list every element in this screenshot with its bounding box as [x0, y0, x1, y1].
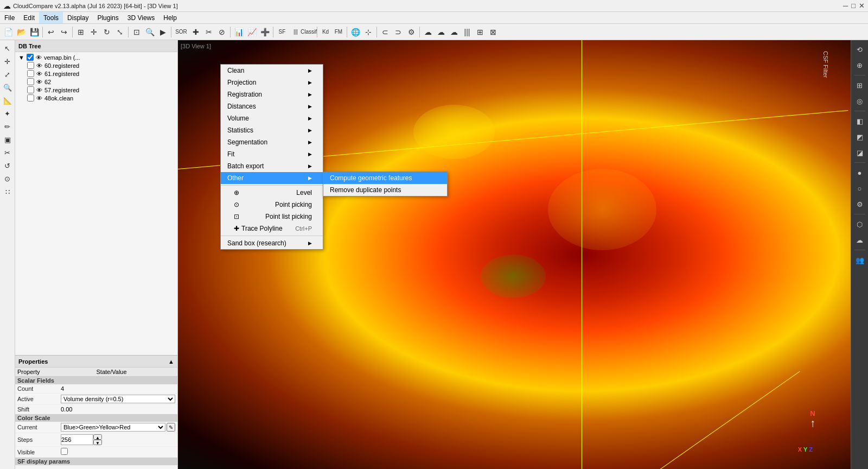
tb-globe[interactable]: 🌐 — [349, 26, 361, 38]
tb-new[interactable]: 📄 — [2, 26, 14, 38]
tool-pick[interactable]: ✦ — [2, 107, 14, 119]
rsb-cloud[interactable]: ☁ — [853, 233, 867, 247]
tool-cursor[interactable]: ↖ — [2, 42, 14, 54]
tool-rotate2[interactable]: ↺ — [2, 160, 14, 172]
dd-fit[interactable]: Fit — [221, 148, 323, 160]
prop-steps-value[interactable]: ▲ ▼ — [61, 434, 175, 445]
dd-distances[interactable]: Distances — [221, 100, 323, 112]
tb-select[interactable]: ⊞ — [75, 26, 87, 38]
rsb-center[interactable]: ◎ — [853, 94, 867, 108]
dd-sandbox[interactable]: Sand box (research) — [221, 237, 323, 249]
dd-segmentation[interactable]: Segmentation — [221, 136, 323, 148]
rsb-people[interactable]: 👥 — [853, 253, 867, 267]
dd-remove-duplicate[interactable]: Remove duplicate points — [323, 184, 447, 196]
close-btn[interactable]: ✕ — [859, 2, 865, 10]
tb-algo[interactable]: ⊃ — [392, 26, 404, 38]
prop-visible-checkbox[interactable] — [61, 448, 68, 455]
tb-cloud2[interactable]: ☁ — [435, 26, 447, 38]
tree-node-57[interactable]: 👁 57.registered — [16, 86, 176, 94]
node-checkbox-62[interactable] — [27, 78, 34, 85]
dd-point-picking[interactable]: ⊙Point picking — [221, 199, 323, 211]
maximize-btn[interactable]: □ — [851, 2, 856, 10]
tb-sf[interactable]: SF — [276, 26, 289, 38]
tb-gear[interactable]: ⚙ — [405, 26, 417, 38]
rsb-translate[interactable]: ⊕ — [853, 58, 867, 72]
tb-cloud1[interactable]: ☁ — [422, 26, 434, 38]
tb-csf[interactable]: ⊂ — [379, 26, 391, 38]
dd-compute-geometric[interactable]: Compute geometric features — [323, 172, 447, 184]
tb-bars[interactable]: ||| — [461, 26, 473, 38]
tb-undo[interactable]: ↩ — [45, 26, 57, 38]
rsb-gear[interactable]: ⚙ — [853, 197, 867, 211]
dd-point-list-picking[interactable]: ⊡Point list picking — [221, 211, 323, 223]
tb-redo[interactable]: ↪ — [58, 26, 70, 38]
menu-display[interactable]: Display — [63, 12, 93, 23]
tool-select2[interactable]: ▣ — [2, 134, 14, 145]
node-checkbox-48[interactable] — [27, 94, 34, 102]
tb-zoom-fit[interactable]: ⊡ — [131, 26, 143, 38]
tb-save[interactable]: 💾 — [28, 26, 40, 38]
titlebar-controls[interactable]: ─ □ ✕ — [843, 2, 865, 10]
tree-node-48[interactable]: 👁 48ok.clean — [16, 94, 176, 102]
steps-down-btn[interactable]: ▼ — [93, 440, 102, 445]
tb-scissors[interactable]: ✂ — [203, 26, 215, 38]
tb-extra1[interactable]: ⊞ — [474, 26, 486, 38]
tool-zoom[interactable]: 🔍 — [2, 81, 14, 93]
tb-extra2[interactable]: ⊠ — [487, 26, 499, 38]
prop-current-edit-btn[interactable]: ✎ — [167, 423, 175, 432]
prop-current-select[interactable]: Blue>Green>Yellow>Red — [61, 423, 165, 432]
tree-node-61[interactable]: 👁 61.registered — [16, 69, 176, 78]
props-collapse-icon[interactable]: ▲ — [168, 358, 174, 365]
tb-slash[interactable]: ⊘ — [216, 26, 228, 38]
tb-kd[interactable]: Kd — [320, 26, 331, 38]
rsb-layer1[interactable]: ◧ — [853, 114, 867, 128]
tb-sor[interactable]: SOR — [174, 26, 189, 38]
tb-charts3[interactable]: ||| — [290, 26, 302, 38]
tb-cross[interactable]: ✚ — [190, 26, 202, 38]
menu-help[interactable]: Help — [159, 12, 181, 23]
tb-render[interactable]: ▶ — [157, 26, 169, 38]
tb-open[interactable]: 📂 — [15, 26, 27, 38]
rsb-layer3[interactable]: ◪ — [853, 145, 867, 160]
tb-scale[interactable]: ⤡ — [114, 26, 126, 38]
rsb-circle[interactable]: ○ — [853, 181, 867, 195]
node-checkbox-61[interactable] — [27, 70, 34, 77]
menu-plugins[interactable]: Plugins — [93, 12, 123, 23]
tool-move[interactable]: ⤢ — [2, 68, 14, 80]
prop-active-select[interactable]: Volume density (r=0.5) — [61, 395, 175, 403]
rsb-sphere[interactable]: ● — [853, 166, 867, 180]
node-checkbox-root[interactable] — [27, 54, 34, 61]
tree-node-62[interactable]: 👁 62 — [16, 78, 176, 86]
tb-classify[interactable]: Classif — [303, 26, 315, 38]
tool-dots[interactable]: ∷ — [2, 186, 14, 198]
tb-rotate[interactable]: ↻ — [101, 26, 113, 38]
prop-current-value[interactable]: Blue>Green>Yellow>Red ✎ — [61, 423, 175, 432]
dd-other[interactable]: Other — [221, 172, 323, 184]
tb-cloud3[interactable]: ☁ — [448, 26, 460, 38]
tb-points[interactable]: ⊹ — [362, 26, 374, 38]
tool-measure[interactable]: 📐 — [2, 94, 14, 106]
menu-3dviews[interactable]: 3D Views — [123, 12, 159, 23]
tb-chart[interactable]: 📊 — [233, 26, 245, 38]
rsb-layer2[interactable]: ◩ — [853, 130, 867, 144]
dd-projection[interactable]: Projection — [221, 77, 323, 88]
menu-edit[interactable]: Edit — [19, 12, 39, 23]
dd-statistics[interactable]: Statistics — [221, 124, 323, 136]
tree-node-root[interactable]: ▼ 👁 vemap.bin (... — [16, 53, 176, 61]
rsb-zoom[interactable]: ⊞ — [853, 78, 867, 92]
prop-active-value[interactable]: Volume density (r=0.5) — [61, 395, 175, 403]
dd-level[interactable]: ⊕Level — [221, 187, 323, 199]
dd-batch-export[interactable]: Batch export — [221, 160, 323, 172]
tb-translate[interactable]: ✛ — [88, 26, 100, 38]
tb-plus[interactable]: ➕ — [259, 26, 271, 38]
tb-chart2[interactable]: 📈 — [246, 26, 258, 38]
dd-registration[interactable]: Registration — [221, 88, 323, 100]
minimize-btn[interactable]: ─ — [843, 2, 848, 10]
prop-visible-value[interactable] — [61, 448, 175, 456]
rsb-mesh[interactable]: ⬡ — [853, 217, 867, 231]
prop-steps-input[interactable] — [61, 434, 93, 445]
tb-zoom-in[interactable]: 🔍 — [144, 26, 156, 38]
tool-cut[interactable]: ✂ — [2, 147, 14, 159]
tb-fm[interactable]: FM — [333, 26, 344, 38]
tool-dotpick[interactable]: ⊙ — [2, 173, 14, 185]
